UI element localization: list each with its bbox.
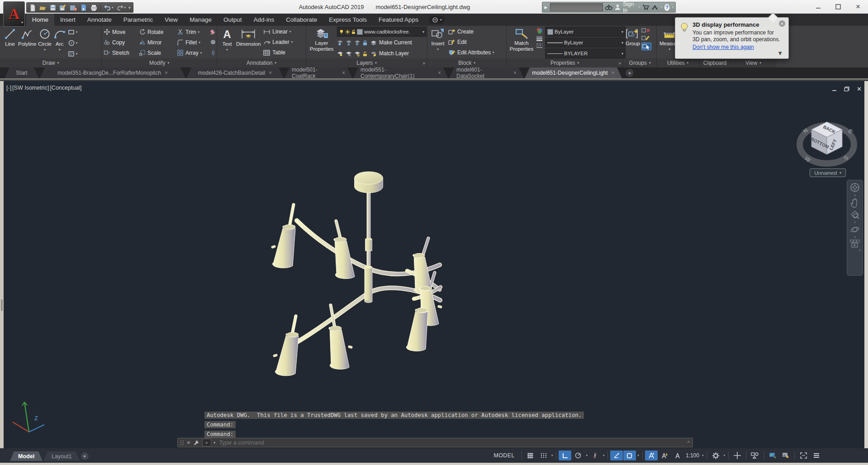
new-file-icon[interactable] <box>29 4 36 11</box>
ribbon-tab-output[interactable]: Output <box>218 14 248 26</box>
line-button[interactable]: Line <box>4 26 16 47</box>
doc-tab-model351[interactable]: model351-BracingDe...ForRafterMonopitch× <box>40 67 185 78</box>
command-line[interactable]: × > ▾ ^ <box>177 438 693 447</box>
rotate-button[interactable]: Rotate <box>139 27 177 37</box>
panel-label-properties[interactable]: Properties▾» <box>507 58 623 67</box>
doc-tab-model551[interactable]: model551-ContemporaryChair(1)× <box>353 67 448 78</box>
navbar-customize-icon[interactable]: ⊖ <box>859 249 861 251</box>
circle-dropdown-icon[interactable]: ▾ <box>44 48 46 52</box>
table-button[interactable]: Table <box>263 48 293 58</box>
tab-close-icon[interactable]: × <box>342 70 345 76</box>
minimize-button[interactable] <box>808 0 828 14</box>
arc-dropdown-icon[interactable]: ▾ <box>59 48 61 52</box>
annotation-scale-value[interactable]: 1:100 <box>684 452 701 459</box>
group-selection-toggle[interactable] <box>641 43 651 50</box>
doc-tab-model426[interactable]: model426-CatchBasinDetail× <box>186 67 284 78</box>
undo-icon[interactable]: ▾ <box>104 4 114 11</box>
ribbon-collapse-dropdown-icon[interactable]: ▾ <box>440 18 442 22</box>
popup-expand-icon[interactable]: ▼ <box>777 50 783 57</box>
user-icon[interactable] <box>615 4 621 10</box>
annotation-scale-indicator[interactable] <box>671 451 684 460</box>
panel-label-clipboard[interactable]: Clipboard <box>699 58 730 67</box>
layer-color-swatch[interactable] <box>357 29 363 35</box>
layout-tab-model[interactable]: Model <box>10 451 43 461</box>
viewport-restore-icon[interactable] <box>844 86 849 91</box>
command-customize-wrench-icon[interactable] <box>193 440 199 446</box>
drawing-viewport[interactable]: [-] [SW Isometric] [Conceptual] ✕ <box>0 81 868 448</box>
grid-toggle[interactable] <box>524 451 537 460</box>
layer-freeze-icon[interactable] <box>354 40 360 46</box>
pan-hand-icon[interactable] <box>850 198 860 208</box>
layer-make-current-icon[interactable] <box>370 40 376 46</box>
panel-label-layers[interactable]: Layers▾» <box>306 58 427 67</box>
maximize-button[interactable] <box>828 0 848 14</box>
ribbon-tab-annotate[interactable]: Annotate <box>81 14 118 26</box>
viewport-minimize-icon[interactable] <box>832 87 837 91</box>
ribbon-collapse-button[interactable]: ▾ <box>429 16 445 24</box>
insert-dropdown-icon[interactable]: ▾ <box>437 48 439 51</box>
edit-attributes-dropdown-icon[interactable]: ▾ <box>493 51 494 54</box>
properties-flyout-icon[interactable]: » <box>618 61 621 66</box>
zoom-icon[interactable] <box>850 210 860 220</box>
leader-dropdown-icon[interactable]: ▾ <box>291 40 293 44</box>
circle-button[interactable]: Circle ▾ <box>38 26 51 51</box>
polar-dropdown-icon[interactable]: ▾ <box>585 454 588 457</box>
annotation-autoscale-toggle[interactable] <box>658 451 671 460</box>
view-control[interactable]: [SW Isometric] <box>12 85 49 91</box>
fillet-dropdown-icon[interactable]: ▾ <box>199 41 200 44</box>
infocenter-collapse-icon[interactable]: ▶ <box>544 4 548 11</box>
layer-dropdown-arrow-icon[interactable]: ▾ <box>422 30 424 34</box>
mirror-button[interactable]: Mirror <box>139 38 177 48</box>
make-current-button[interactable]: Make Current <box>379 39 412 46</box>
right-frame-strip[interactable] <box>864 81 868 448</box>
dimension-button[interactable]: Dimension <box>236 26 261 47</box>
group-edit-icon[interactable] <box>641 35 650 42</box>
layer-isolate-icon[interactable] <box>346 40 351 46</box>
doc-tab-start[interactable]: Start <box>5 67 39 78</box>
command-recent-dropdown-icon[interactable]: ▾ <box>214 441 216 445</box>
save-icon[interactable] <box>49 4 57 11</box>
layer-lock-icon[interactable] <box>363 40 368 46</box>
iso-dropdown-icon[interactable]: ▾ <box>602 454 606 457</box>
redo-icon[interactable]: ▾ <box>116 4 126 11</box>
move-button[interactable]: Move <box>104 27 139 37</box>
ribbon-tab-express-tools[interactable]: Express Tools <box>323 14 373 26</box>
ucs-icon[interactable]: Z <box>9 397 54 437</box>
isolate-objects-button[interactable] <box>749 451 761 460</box>
create-block-button[interactable]: Create <box>448 27 494 37</box>
layer-unlock-2-icon[interactable] <box>363 51 368 57</box>
tab-close-icon[interactable]: × <box>165 70 168 76</box>
hardware-acceleration-button[interactable] <box>766 451 779 460</box>
layer-off-icon[interactable] <box>337 40 343 46</box>
ungroup-icon[interactable] <box>641 27 650 34</box>
search-input[interactable] <box>550 5 602 10</box>
ribbon-tab-featured-apps[interactable]: Featured Apps <box>373 14 424 26</box>
arc-button[interactable]: Arc ▾ <box>53 26 66 51</box>
text-dropdown-icon[interactable]: ▾ <box>226 48 228 52</box>
navigation-wheel-icon[interactable] <box>849 182 860 193</box>
show-motion-icon[interactable] <box>850 240 860 248</box>
orbit-dropdown-icon[interactable]: ▾ <box>854 236 856 238</box>
viewcube-view-name[interactable]: Unnamed▾ <box>810 168 846 177</box>
command-input[interactable] <box>218 439 685 446</box>
panel-label-view[interactable]: View▾ <box>731 58 776 67</box>
array-button[interactable]: Array▾ <box>177 48 209 58</box>
panel-label-modify[interactable]: Modify▾ <box>102 58 217 67</box>
qat-customize-icon[interactable]: ▾ <box>128 5 131 10</box>
snap-toggle[interactable] <box>537 451 550 460</box>
viewport-close-icon[interactable]: ✕ <box>857 86 862 92</box>
command-prompt-icon[interactable]: > <box>202 439 211 446</box>
save-as-icon[interactable] <box>59 4 67 11</box>
command-line-grip[interactable] <box>180 441 184 445</box>
cart-icon[interactable] <box>642 4 649 10</box>
polar-tracking-toggle[interactable] <box>572 451 584 460</box>
stretch-button[interactable]: Stretch <box>104 48 139 58</box>
tab-close-icon[interactable]: × <box>269 70 272 76</box>
autodesk-logo-icon[interactable] <box>651 5 658 10</box>
match-properties-button[interactable]: Match Properties <box>509 26 534 52</box>
command-expand-icon[interactable]: ^ <box>688 440 690 446</box>
search-field[interactable] <box>550 3 603 11</box>
application-menu-button[interactable]: A ▾ <box>3 1 25 27</box>
undo-dropdown-icon[interactable]: ▾ <box>112 6 114 10</box>
panel-label-utilities[interactable]: Utilities▾ <box>657 58 699 67</box>
